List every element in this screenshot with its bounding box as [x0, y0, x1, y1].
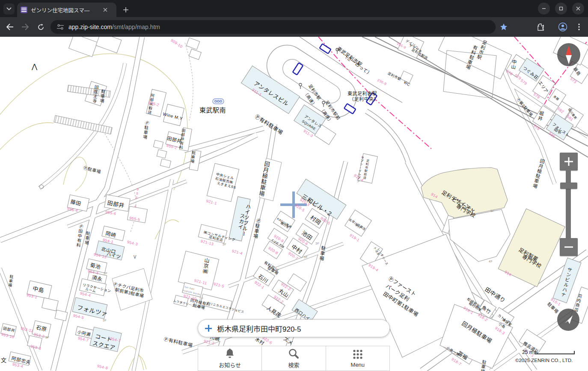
- search-address-text: 栃木県足利市田中町920-5: [217, 323, 301, 334]
- reload-icon: [37, 24, 45, 31]
- back-button[interactable]: [3, 21, 16, 33]
- zoom-slider-thumb[interactable]: [560, 183, 577, 189]
- window-maximize-button[interactable]: [555, 3, 567, 15]
- url-host: app.zip-site.com: [68, 24, 112, 30]
- chevron-down-icon: [6, 7, 12, 11]
- search-button[interactable]: 検索: [262, 346, 326, 371]
- browser-window: ゼンリン住宅地図スマ―: [0, 0, 588, 371]
- plus-icon: [560, 153, 578, 171]
- window-close-button[interactable]: [572, 3, 584, 15]
- person-circle-icon: [558, 22, 567, 32]
- tab-title: ゼンリン住宅地図スマ―: [31, 6, 99, 14]
- window-minimize-button[interactable]: [538, 3, 550, 15]
- browser-tab[interactable]: ゼンリン住宅地図スマ―: [17, 3, 116, 17]
- extensions-button[interactable]: [534, 21, 547, 33]
- browser-menu-button[interactable]: [573, 21, 585, 33]
- profile-button[interactable]: [556, 21, 569, 33]
- minus-icon: [560, 238, 578, 256]
- notifications-button[interactable]: お知らせ: [198, 346, 262, 371]
- star-icon: [500, 23, 508, 31]
- tab-search-button[interactable]: [3, 3, 15, 15]
- bell-icon: [224, 348, 235, 359]
- stairs-hatch: [54, 85, 112, 134]
- tab-bar: ゼンリン住宅地図スマ―: [0, 0, 588, 17]
- add-pin-icon[interactable]: [205, 325, 212, 332]
- back-arrow-icon: [6, 24, 14, 30]
- bookmark-button[interactable]: [497, 21, 510, 33]
- tab-close-icon[interactable]: [102, 6, 109, 13]
- map-viewport[interactable]: 東武駅南アンタレスビル911-1アンタレスSQUARE911-3Ⓟ有料駐車場足利…: [0, 37, 588, 371]
- app-bottom-toolbar: お知らせ 検索 Menu: [198, 346, 390, 371]
- zoom-out-button[interactable]: [560, 238, 578, 256]
- zoom-in-button[interactable]: [560, 153, 578, 171]
- kebab-menu-icon: [578, 24, 580, 30]
- forward-arrow-icon: [21, 24, 29, 30]
- zoom-slider-track[interactable]: [566, 171, 571, 238]
- zenrin-favicon-icon: [21, 6, 27, 13]
- scale-bar: [535, 350, 575, 355]
- search-icon: [288, 348, 299, 359]
- site-settings-icon: [56, 24, 64, 30]
- compass-needle-icon: [557, 43, 580, 66]
- url-path: /smt/app/map.htm: [112, 24, 160, 30]
- puzzle-icon: [537, 23, 544, 31]
- url-bar[interactable]: app.zip-site.com/smt/app/map.htm: [50, 20, 496, 34]
- current-location-button[interactable]: [557, 309, 579, 331]
- browser-toolbar: app.zip-site.com/smt/app/map.htm: [0, 17, 588, 37]
- copyright-text: ©2025 ZENRIN CO., LTD.: [515, 358, 573, 363]
- address-search-bar[interactable]: 栃木県足利市田中町920-5: [198, 319, 390, 337]
- menu-button[interactable]: Menu: [326, 346, 389, 371]
- reload-button[interactable]: [34, 21, 47, 33]
- grid-icon: [352, 349, 363, 360]
- navigation-arrow-icon: [557, 309, 579, 331]
- compass-button[interactable]: [557, 43, 580, 66]
- traffic-signal-icon: [213, 99, 224, 104]
- new-tab-button[interactable]: [120, 4, 132, 16]
- scale-text: 25 m: [522, 349, 534, 355]
- forward-button[interactable]: [19, 21, 32, 33]
